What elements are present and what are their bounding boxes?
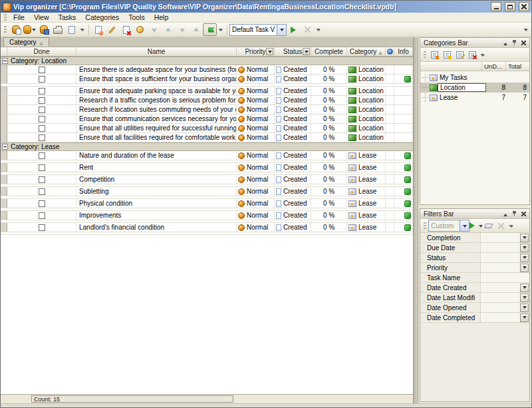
close-panel-button[interactable] [519,39,528,47]
task-row[interactable]: Ensure that adequate parking space is av… [1,87,413,96]
done-checkbox[interactable] [39,176,45,183]
print-button[interactable] [51,23,65,36]
category-row-location[interactable]: Location 8 8 [420,83,529,93]
task-row[interactable]: Ensure that space is sufficient for your… [1,75,413,84]
filter-value[interactable] [480,263,529,272]
filter-value[interactable] [480,293,529,302]
status-filter-icon[interactable] [303,48,310,55]
done-checkbox[interactable] [39,125,45,132]
task-row[interactable]: Physical condition Normal Created 0 % Le… [1,199,413,208]
done-checkbox[interactable] [39,224,45,231]
pin-panel-button[interactable] [510,210,519,218]
done-checkbox[interactable] [39,76,45,83]
overflow-chevron-icon[interactable] [80,24,85,35]
done-checkbox[interactable] [39,97,45,104]
task-row[interactable]: Ensure that communication services neces… [1,114,413,124]
collapse-group-icon[interactable] [2,58,8,64]
overflow-chevron-icon[interactable] [523,24,529,35]
collapse-panel-button[interactable] [501,210,509,218]
group-row[interactable]: Category: Location [1,57,413,65]
filter-value[interactable] [480,273,529,282]
filter-dropdown-icon[interactable] [520,254,529,262]
add-task-button[interactable] [91,23,105,36]
collapse-group-icon[interactable] [2,144,8,150]
header-name[interactable]: Name [76,47,237,56]
group-row[interactable]: Category: Lease [1,142,413,151]
filter-value[interactable] [480,283,529,292]
filter-dropdown-icon[interactable] [520,304,529,312]
report-button[interactable] [65,23,78,36]
category-row-my-tasks[interactable]: My Tasks [420,73,529,83]
edit-task-button[interactable] [105,23,119,36]
filter-value[interactable] [480,253,529,262]
open-database-button[interactable] [23,23,37,36]
filter-dropdown-icon[interactable] [520,313,529,322]
add-subcategory-button[interactable] [441,49,454,61]
done-checkbox[interactable] [39,152,45,159]
overflow-chevron-icon[interactable] [509,220,514,232]
task-row[interactable]: Subletting Normal Created 0 % Lease [1,187,413,196]
header-attachment[interactable] [386,47,394,56]
close-panel-button[interactable] [519,210,528,218]
edit-category-button[interactable] [454,49,466,61]
done-checkbox[interactable] [39,88,45,95]
header-priority[interactable]: Priority [237,47,275,56]
apply-filter-button[interactable] [469,220,482,232]
titlebar[interactable]: Vip organizer [C:\Program Files\VIP Qual… [1,1,531,13]
done-checkbox[interactable] [39,134,45,141]
vertical-splitter[interactable] [413,37,418,403]
header-info[interactable]: Info [394,47,413,56]
header-category[interactable]: Category [347,47,386,56]
overflow-chevron-icon[interactable] [316,24,321,35]
filter-value[interactable] [480,303,529,312]
menu-view[interactable]: View [29,13,54,21]
task-row[interactable]: Nature and duration of the lease Normal … [1,151,413,160]
filter-value[interactable] [480,243,529,252]
flag-button[interactable] [203,23,217,36]
header-total[interactable]: Total [505,62,529,71]
task-row[interactable]: Ensure there is adequate space for your … [1,65,413,75]
filters-bar-header[interactable]: Filters Bar [420,209,529,219]
delete-category-button[interactable] [466,49,479,61]
categories-bar-header[interactable]: Categories Bar [420,38,529,48]
done-checkbox[interactable] [39,106,45,113]
filter-value[interactable] [480,313,529,322]
header-done[interactable]: Done [7,47,76,56]
menu-file[interactable]: File [9,13,29,21]
collapse-panel-button[interactable] [501,39,509,47]
new-database-button[interactable] [9,23,23,36]
filter-dropdown-icon[interactable] [520,244,529,252]
task-row[interactable]: Landlord's financial condition Normal Cr… [1,223,413,232]
done-checkbox[interactable] [39,212,45,219]
pin-panel-button[interactable] [510,39,519,47]
header-complete[interactable]: Complete [311,47,347,56]
task-row[interactable]: Improvements Normal Created 0 % Lease [1,211,413,220]
task-view-combo[interactable]: Default Task V [229,24,287,36]
filter-dropdown-icon[interactable] [520,294,529,302]
done-checkbox[interactable] [39,116,45,122]
done-checkbox[interactable] [39,164,45,171]
menu-tools[interactable]: Tools [124,13,150,21]
priority-filter-icon[interactable] [266,48,273,55]
close-button[interactable] [519,2,529,11]
filter-preset-combo[interactable]: Custom [428,220,469,232]
header-status[interactable]: Status [275,47,311,56]
header-undone[interactable]: UnD... [481,62,505,71]
filter-value[interactable] [480,233,529,242]
group-by-category-tab[interactable]: Category [3,37,49,47]
category-row-lease[interactable]: Lease 7 7 [420,93,529,102]
done-checkbox[interactable] [39,67,45,73]
overflow-chevron-icon[interactable] [218,24,223,35]
combo-dropdown-icon[interactable] [277,25,286,35]
overflow-chevron-icon[interactable] [480,49,485,61]
delete-task-button[interactable] [119,23,133,36]
done-checkbox[interactable] [39,188,45,195]
filter-dropdown-icon[interactable] [520,264,529,272]
apply-view-button[interactable] [287,23,301,36]
done-checkbox[interactable] [39,200,45,207]
menu-tasks[interactable]: Tasks [54,13,81,21]
filter-dropdown-icon[interactable] [520,234,529,242]
task-row[interactable]: Ensure that all utilities required for s… [1,124,413,133]
menu-help[interactable]: Help [150,13,174,21]
minimize-button[interactable] [491,2,501,11]
